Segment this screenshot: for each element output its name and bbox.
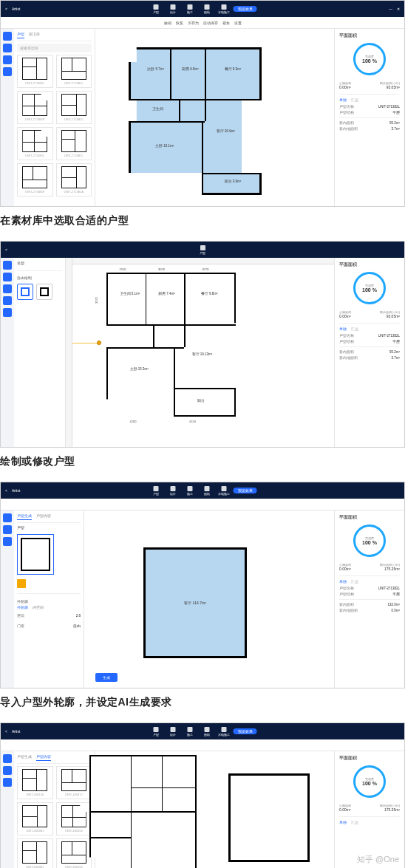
plan-thumb[interactable]: UNIT-271382A (56, 163, 92, 197)
nav-icon[interactable] (3, 778, 12, 787)
canvas[interactable]: 客厅 114.7m² 生成 (84, 510, 334, 688)
room-label: 卫生间 (152, 108, 163, 112)
tab-content[interactable]: 户型内容 (36, 754, 51, 761)
tab-gen[interactable]: 户型生成 (17, 513, 32, 520)
nav-icon[interactable] (3, 537, 12, 546)
search-input[interactable]: 搜索房型库 (17, 44, 92, 52)
dimension: 4150 (189, 420, 196, 423)
room-label: 阳台 (197, 400, 205, 403)
tab-chufang[interactable]: 厨卫库 (29, 32, 40, 38)
nav-door-icon[interactable] (3, 67, 12, 76)
outline-thumb[interactable] (17, 534, 54, 575)
nav-icon[interactable] (3, 273, 12, 281)
result-thumb[interactable]: UNIT-100372 (56, 766, 92, 799)
tb-view[interactable]: 视角 (222, 21, 230, 25)
minimize-icon[interactable]: — (389, 7, 392, 11)
nav-icon[interactable] (3, 766, 12, 775)
back-icon[interactable]: < (5, 7, 7, 11)
room-label: 主卧 15.3m² (130, 368, 149, 372)
floor-plan[interactable]: 次卧 5.7m² 厨房 6.8m² 餐厅 9.3m² 卫生间 主卧 15.1m²… (129, 47, 262, 195)
top-nav[interactable]: 施工 (183, 485, 197, 496)
tb-saveas[interactable]: 另存为 (188, 21, 199, 25)
nav-icon[interactable] (3, 754, 12, 763)
top-nav-tuzhi[interactable]: 图纸 (200, 4, 214, 15)
tab-gen[interactable]: 户型生成 (17, 754, 32, 761)
wall-tool[interactable] (17, 284, 33, 300)
room-tool[interactable] (36, 284, 52, 300)
generate-button[interactable]: 生成 (95, 673, 118, 682)
nav-material-icon[interactable] (3, 32, 12, 41)
top-nav[interactable]: 户型 (149, 726, 163, 737)
plan-thumb[interactable]: UNIT-271382L (17, 55, 53, 88)
nav-icon[interactable] (3, 261, 12, 270)
nav-smart-icon[interactable] (3, 44, 12, 52)
tab-huizong[interactable]: 汇总 (351, 98, 358, 102)
result-thumb[interactable]: UNIT-100156 (17, 766, 53, 799)
room-label: 次卧 5.7m² (147, 68, 164, 72)
tab-huxing[interactable]: 户型 (17, 32, 24, 38)
tb-undo[interactable]: 撤销 (164, 21, 171, 25)
tb-settings[interactable]: 设置 (234, 21, 242, 25)
top-nav[interactable]: 设计 (166, 485, 180, 496)
top-nav[interactable]: 图纸 (200, 485, 214, 496)
top-nav[interactable]: 施工 (183, 726, 197, 737)
room-label: 卫生间 5.1m² (120, 293, 140, 296)
back-icon[interactable]: < (5, 729, 7, 734)
floor-plan-outline[interactable]: 客厅 114.7m² (143, 547, 247, 658)
tab-content[interactable]: 户型内容 (36, 513, 51, 520)
top-nav[interactable]: 水电施工 (217, 485, 231, 496)
opt-inner[interactable]: 内空间 (33, 606, 44, 609)
results-panel: 户型生成 户型内容 UNIT-100156 UNIT-100372 UNIT-1… (14, 751, 95, 868)
top-nav[interactable]: 设计 (166, 726, 180, 737)
titlebar: < Artist 户型 设计 施工 图纸 水电施工 预览效果 —✕ (1, 1, 404, 17)
top-nav-shuidian[interactable]: 水电施工 (217, 4, 231, 15)
guide-handle[interactable] (97, 341, 101, 345)
plan-thumb[interactable]: UNIT-271384P (17, 163, 53, 197)
result-thumb[interactable]: UNIT-100156 (56, 802, 92, 835)
left-nav (1, 29, 14, 206)
opt-outline[interactable]: 外轮廓 (17, 606, 28, 609)
tb-redo[interactable]: 恢复 (176, 21, 183, 25)
canvas[interactable]: 次卧 5.7m² 厨房 6.8m² 餐厅 9.3m² 卫生间 主卧 15.1m²… (95, 29, 334, 206)
top-nav-huxing[interactable]: 户型 (149, 4, 163, 15)
nav-icon[interactable] (3, 525, 12, 534)
tab-dandu[interactable]: 单独 (339, 98, 347, 102)
close-icon[interactable]: ✕ (397, 7, 400, 11)
top-nav[interactable]: 图纸 (200, 726, 214, 737)
preview-pill[interactable]: 预览效果 (234, 488, 257, 493)
toolbar: 撤销 恢复 另存为 自动保存 视角 设置 (1, 17, 404, 29)
back-icon[interactable]: < (5, 488, 7, 493)
floor-plan[interactable]: 2910 3020 3270 卫生间 5.1m² 厨房 7.4m² 餐厅 9.8… (106, 273, 236, 417)
back-icon[interactable]: < (5, 247, 7, 252)
guide-line[interactable] (66, 343, 99, 344)
result-thumb[interactable]: UNIT-100381 (17, 838, 53, 868)
preview-pill[interactable]: 预览效果 (234, 728, 257, 734)
canvas[interactable]: 2910 3020 3270 卫生间 5.1m² 厨房 7.4m² 餐厅 9.8… (66, 258, 334, 448)
preview-pill[interactable]: 预览效果 (234, 6, 257, 12)
product-name: Artist (12, 7, 20, 11)
top-nav-shigong[interactable]: 施工 (183, 4, 197, 15)
top-nav-sheji[interactable]: 设计 (166, 4, 180, 15)
nav-icon[interactable] (3, 296, 12, 305)
plan-outline[interactable] (228, 773, 310, 862)
dimension: 3020 (158, 267, 165, 271)
nav-icon[interactable] (3, 284, 12, 293)
app-window-2: < 户型 名型 自由绘制 (0, 241, 405, 448)
plan-thumb[interactable]: UNIT-271382L (56, 91, 92, 124)
tb-autosave[interactable]: 自动保存 (203, 21, 218, 25)
nav-center-icon[interactable] (3, 55, 12, 64)
nav-icon[interactable] (3, 513, 12, 522)
result-thumb[interactable]: UNIT-100381 (17, 802, 53, 835)
generate-panel: 户型生成 户型内容 户型 外轮廓 外轮廓 内空间 层高2.8 门窗自由 (14, 510, 84, 688)
plan-thumb[interactable]: UNIT-271382L (56, 127, 92, 160)
plan-thumb[interactable]: UNIT-271382L (17, 127, 53, 160)
plan-thumb[interactable]: UNIT-271382L (56, 55, 92, 88)
top-nav[interactable]: 户型 (149, 485, 163, 496)
canvas[interactable]: 方案生成详情 (95, 751, 334, 868)
top-nav[interactable]: 水电施工 (217, 726, 231, 737)
plan-thumb[interactable]: UNIT-271384P (17, 91, 53, 124)
result-thumb[interactable]: UNIT-100156 (56, 838, 92, 868)
nav-icon[interactable] (3, 308, 12, 317)
generated-plan[interactable] (89, 755, 197, 868)
top-nav[interactable]: 户型 (195, 245, 210, 256)
